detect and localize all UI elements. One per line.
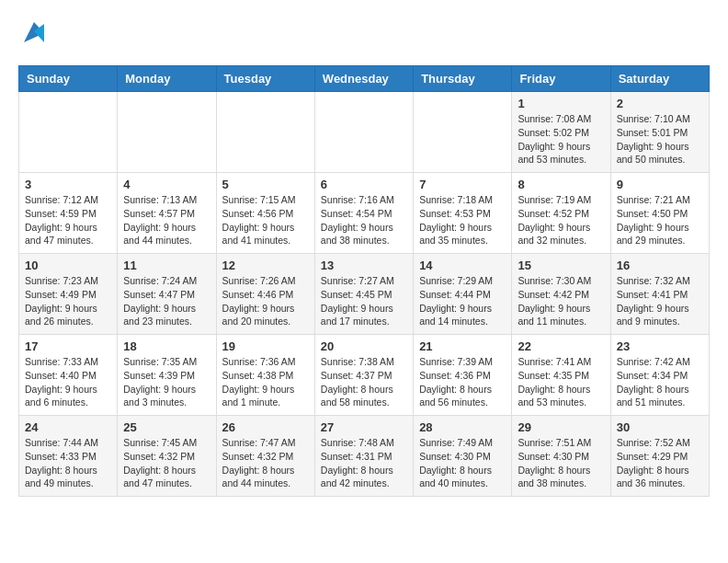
day-info: Sunrise: 7:29 AM Sunset: 4:44 PM Dayligh… [419, 274, 506, 328]
day-info: Sunrise: 7:38 AM Sunset: 4:37 PM Dayligh… [321, 355, 407, 409]
day-info: Sunrise: 7:21 AM Sunset: 4:50 PM Dayligh… [617, 193, 703, 247]
calendar-cell: 2Sunrise: 7:10 AM Sunset: 5:01 PM Daylig… [610, 92, 709, 173]
calendar-cell: 19Sunrise: 7:36 AM Sunset: 4:38 PM Dayli… [216, 335, 314, 416]
weekday-header-monday: Monday [118, 66, 216, 92]
day-info: Sunrise: 7:27 AM Sunset: 4:45 PM Dayligh… [321, 274, 407, 328]
weekday-header-friday: Friday [512, 66, 610, 92]
calendar-cell [414, 92, 512, 173]
day-number: 16 [617, 259, 703, 272]
day-info: Sunrise: 7:36 AM Sunset: 4:38 PM Dayligh… [222, 355, 309, 409]
day-number: 9 [617, 178, 703, 191]
calendar-cell [19, 92, 118, 173]
calendar-cell: 25Sunrise: 7:45 AM Sunset: 4:32 PM Dayli… [118, 416, 216, 497]
calendar-cell: 9Sunrise: 7:21 AM Sunset: 4:50 PM Daylig… [610, 173, 709, 254]
day-info: Sunrise: 7:26 AM Sunset: 4:46 PM Dayligh… [222, 274, 309, 328]
calendar-cell: 26Sunrise: 7:47 AM Sunset: 4:32 PM Dayli… [216, 416, 314, 497]
weekday-header-thursday: Thursday [414, 66, 512, 92]
day-number: 15 [518, 259, 604, 272]
calendar-cell: 13Sunrise: 7:27 AM Sunset: 4:45 PM Dayli… [314, 254, 413, 335]
calendar-cell: 27Sunrise: 7:48 AM Sunset: 4:31 PM Dayli… [314, 416, 413, 497]
day-number: 23 [617, 339, 703, 353]
day-info: Sunrise: 7:33 AM Sunset: 4:40 PM Dayligh… [25, 355, 111, 409]
day-number: 30 [617, 420, 703, 434]
calendar-cell: 16Sunrise: 7:32 AM Sunset: 4:41 PM Dayli… [610, 254, 709, 335]
calendar-cell: 12Sunrise: 7:26 AM Sunset: 4:46 PM Dayli… [216, 254, 314, 335]
calendar-cell: 6Sunrise: 7:16 AM Sunset: 4:54 PM Daylig… [314, 173, 413, 254]
day-info: Sunrise: 7:12 AM Sunset: 4:59 PM Dayligh… [25, 193, 111, 247]
day-number: 27 [321, 420, 407, 434]
day-number: 6 [321, 178, 407, 191]
calendar-cell: 14Sunrise: 7:29 AM Sunset: 4:44 PM Dayli… [414, 254, 512, 335]
calendar-cell: 17Sunrise: 7:33 AM Sunset: 4:40 PM Dayli… [19, 335, 118, 416]
day-number: 26 [222, 420, 309, 434]
day-info: Sunrise: 7:24 AM Sunset: 4:47 PM Dayligh… [123, 274, 210, 328]
calendar-cell: 22Sunrise: 7:41 AM Sunset: 4:35 PM Dayli… [512, 335, 610, 416]
calendar-cell: 28Sunrise: 7:49 AM Sunset: 4:30 PM Dayli… [414, 416, 512, 497]
day-number: 24 [25, 420, 111, 434]
day-info: Sunrise: 7:48 AM Sunset: 4:31 PM Dayligh… [321, 436, 407, 490]
day-number: 12 [222, 259, 309, 272]
day-number: 14 [419, 259, 506, 272]
day-number: 25 [123, 420, 210, 434]
day-number: 4 [123, 178, 210, 191]
calendar-cell: 24Sunrise: 7:44 AM Sunset: 4:33 PM Dayli… [19, 416, 118, 497]
day-info: Sunrise: 7:18 AM Sunset: 4:53 PM Dayligh… [419, 193, 506, 247]
calendar-cell: 3Sunrise: 7:12 AM Sunset: 4:59 PM Daylig… [19, 173, 118, 254]
day-info: Sunrise: 7:32 AM Sunset: 4:41 PM Dayligh… [617, 274, 703, 328]
calendar-table: SundayMondayTuesdayWednesdayThursdayFrid… [18, 65, 710, 497]
day-info: Sunrise: 7:51 AM Sunset: 4:30 PM Dayligh… [518, 436, 604, 490]
day-info: Sunrise: 7:08 AM Sunset: 5:02 PM Dayligh… [518, 112, 604, 167]
weekday-header-wednesday: Wednesday [314, 66, 413, 92]
day-number: 7 [419, 178, 506, 191]
day-number: 5 [222, 178, 309, 191]
day-info: Sunrise: 7:35 AM Sunset: 4:39 PM Dayligh… [123, 355, 210, 409]
day-number: 22 [518, 339, 604, 353]
day-number: 8 [518, 178, 604, 191]
calendar-cell: 18Sunrise: 7:35 AM Sunset: 4:39 PM Dayli… [118, 335, 216, 416]
day-number: 20 [321, 339, 407, 353]
day-number: 28 [419, 420, 506, 434]
day-info: Sunrise: 7:15 AM Sunset: 4:56 PM Dayligh… [222, 193, 309, 247]
day-info: Sunrise: 7:41 AM Sunset: 4:35 PM Dayligh… [518, 355, 604, 409]
calendar-week-row: 24Sunrise: 7:44 AM Sunset: 4:33 PM Dayli… [19, 416, 710, 497]
logo-icon [20, 18, 48, 46]
day-number: 11 [123, 259, 210, 272]
calendar-cell: 4Sunrise: 7:13 AM Sunset: 4:57 PM Daylig… [118, 173, 216, 254]
calendar-cell: 21Sunrise: 7:39 AM Sunset: 4:36 PM Dayli… [414, 335, 512, 416]
day-info: Sunrise: 7:47 AM Sunset: 4:32 PM Dayligh… [222, 436, 309, 490]
day-info: Sunrise: 7:45 AM Sunset: 4:32 PM Dayligh… [123, 436, 210, 490]
day-info: Sunrise: 7:19 AM Sunset: 4:52 PM Dayligh… [518, 193, 604, 247]
day-number: 21 [419, 339, 506, 353]
calendar-cell: 10Sunrise: 7:23 AM Sunset: 4:49 PM Dayli… [19, 254, 118, 335]
day-info: Sunrise: 7:49 AM Sunset: 4:30 PM Dayligh… [419, 436, 506, 490]
day-info: Sunrise: 7:10 AM Sunset: 5:01 PM Dayligh… [617, 112, 703, 167]
calendar-week-row: 1Sunrise: 7:08 AM Sunset: 5:02 PM Daylig… [19, 92, 710, 173]
day-number: 18 [123, 339, 210, 353]
calendar-week-row: 17Sunrise: 7:33 AM Sunset: 4:40 PM Dayli… [19, 335, 710, 416]
calendar-cell [216, 92, 314, 173]
day-info: Sunrise: 7:16 AM Sunset: 4:54 PM Dayligh… [321, 193, 407, 247]
weekday-header-saturday: Saturday [610, 66, 709, 92]
day-info: Sunrise: 7:52 AM Sunset: 4:29 PM Dayligh… [617, 436, 703, 490]
calendar-week-row: 3Sunrise: 7:12 AM Sunset: 4:59 PM Daylig… [19, 173, 710, 254]
day-number: 10 [25, 259, 111, 272]
page-header [18, 18, 710, 51]
day-number: 13 [321, 259, 407, 272]
calendar-header-row: SundayMondayTuesdayWednesdayThursdayFrid… [19, 66, 710, 92]
day-number: 1 [518, 97, 604, 110]
day-number: 29 [518, 420, 604, 434]
calendar-cell: 5Sunrise: 7:15 AM Sunset: 4:56 PM Daylig… [216, 173, 314, 254]
calendar-cell [314, 92, 413, 173]
weekday-header-tuesday: Tuesday [216, 66, 314, 92]
day-number: 3 [25, 178, 111, 191]
day-number: 19 [222, 339, 309, 353]
calendar-cell: 30Sunrise: 7:52 AM Sunset: 4:29 PM Dayli… [610, 416, 709, 497]
logo [18, 18, 48, 51]
day-info: Sunrise: 7:44 AM Sunset: 4:33 PM Dayligh… [25, 436, 111, 490]
day-number: 17 [25, 339, 111, 353]
calendar-cell: 15Sunrise: 7:30 AM Sunset: 4:42 PM Dayli… [512, 254, 610, 335]
calendar-cell: 11Sunrise: 7:24 AM Sunset: 4:47 PM Dayli… [118, 254, 216, 335]
calendar-cell: 7Sunrise: 7:18 AM Sunset: 4:53 PM Daylig… [414, 173, 512, 254]
calendar-cell: 23Sunrise: 7:42 AM Sunset: 4:34 PM Dayli… [610, 335, 709, 416]
day-number: 2 [617, 97, 703, 110]
